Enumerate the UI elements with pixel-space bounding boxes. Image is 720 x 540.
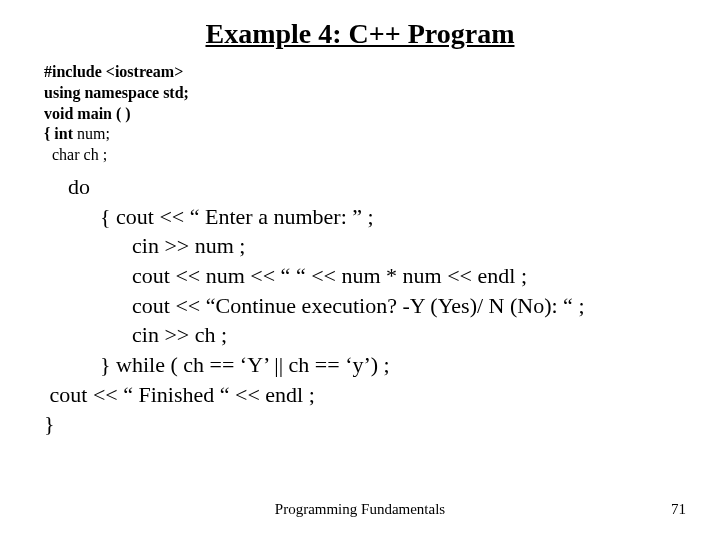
code-line: using namespace std; xyxy=(44,83,720,104)
code-line: cout << “Continue execution? -Y (Yes)/ N… xyxy=(44,291,720,321)
page-number: 71 xyxy=(671,501,686,518)
code-line: cin >> ch ; xyxy=(44,320,720,350)
slide-title: Example 4: C++ Program xyxy=(0,0,720,62)
code-block-body: do { cout << “ Enter a number: ” ; cin >… xyxy=(0,166,720,439)
code-line: { cout << “ Enter a number: ” ; xyxy=(44,202,720,232)
code-block-preamble: #include <iostream> using namespace std;… xyxy=(0,62,720,166)
code-line: cout << “ Finished “ << endl ; xyxy=(44,380,720,410)
code-line: cin >> num ; xyxy=(44,231,720,261)
code-line: void main ( ) xyxy=(44,104,720,125)
footer-text: Programming Fundamentals xyxy=(0,501,720,518)
code-line: cout << num << “ “ << num * num << endl … xyxy=(44,261,720,291)
code-line: char ch ; xyxy=(44,145,720,166)
code-line: #include <iostream> xyxy=(44,62,720,83)
code-line: } xyxy=(44,409,720,439)
code-line: { int num; xyxy=(44,124,720,145)
code-line: } while ( ch == ‘Y’ || ch == ‘y’) ; xyxy=(44,350,720,380)
code-line: do xyxy=(44,172,720,202)
slide-footer: Programming Fundamentals 71 xyxy=(0,501,720,518)
